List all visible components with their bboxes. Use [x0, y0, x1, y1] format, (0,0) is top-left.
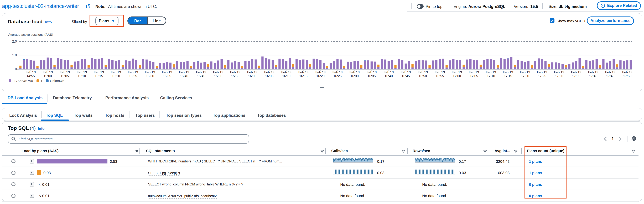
calls-per-sec-value: -: [377, 194, 378, 198]
main-tabs: DB Load AnalysisDatabase TelemetryPerfor…: [0, 93, 644, 104]
column-filter-icon[interactable]: [632, 150, 636, 153]
performance-insights-page: apg-testcluster-02-instance-writer Note:…: [0, 0, 644, 204]
table-row: 0.53WITH RECURSIVE numbers(n) AS ( SELEC…: [2, 156, 638, 167]
column-filter-icon[interactable]: [514, 150, 518, 153]
previous-page-icon[interactable]: [604, 136, 607, 141]
note-label: Note:: [96, 4, 106, 8]
legend-swatch: [46, 80, 48, 82]
explore-related-label: Explore Related: [607, 3, 637, 8]
plans-count-link[interactable]: 0 plans: [529, 194, 542, 198]
row-expand-button[interactable]: [30, 182, 34, 186]
tab-performance-analysis[interactable]: Performance Analysis: [106, 96, 148, 100]
subtab-divider: [207, 111, 207, 118]
sql-statement-text[interactable]: autovacuum: ANALYZE public.rds_heartbeat…: [148, 194, 216, 199]
next-page-icon[interactable]: [619, 136, 622, 141]
subtab-top-databases[interactable]: Top databases: [257, 113, 286, 118]
bar-toggle-button[interactable]: Bar: [128, 17, 148, 24]
legend-item: -1765646790: [8, 79, 33, 83]
column-divider: [407, 147, 408, 154]
column-header-1[interactable]: Load by plans (AAS): [22, 149, 58, 153]
column-divider: [18, 147, 19, 154]
checkmark-icon: [550, 18, 554, 23]
load-value: < 0.01: [39, 182, 50, 186]
top-sql-heading: Top SQL: [8, 125, 29, 131]
subtab-divider: [99, 111, 99, 118]
gear-icon[interactable]: [631, 136, 637, 141]
sort-descending-icon[interactable]: [135, 150, 139, 153]
search-input[interactable]: [18, 135, 246, 142]
chart-type-segmented-control: Bar Line: [128, 16, 166, 25]
sql-statement-text[interactable]: SELECT pg_sleep(?): [148, 171, 180, 176]
avg-latency-value: 3204.48: [496, 159, 510, 164]
active-subtab-underline: [41, 119, 69, 121]
line-toggle-button[interactable]: Line: [148, 17, 166, 24]
show-max-vcpu-checkbox[interactable]: [550, 18, 554, 23]
subtab-divider: [129, 111, 130, 118]
column-header-6[interactable]: Plans count (unique): [527, 149, 564, 153]
row-expand-button[interactable]: [30, 159, 34, 164]
plans-count-link[interactable]: 0 plans: [529, 182, 542, 186]
column-filter-icon[interactable]: [320, 150, 324, 153]
rows-per-sec-value: -: [459, 194, 460, 198]
header-divider: [508, 3, 508, 9]
legend-item: 1: [36, 79, 42, 83]
column-filter-icon[interactable]: [483, 150, 487, 153]
show-max-vcpu-label: Show max vCPU: [556, 19, 585, 23]
load-bar: [37, 171, 41, 175]
analyze-performance-button[interactable]: Analyze performance: [587, 16, 634, 25]
row-radio-button[interactable]: [11, 194, 15, 198]
plans-count-link[interactable]: 1 plans: [529, 171, 542, 175]
subtab-top-applications[interactable]: Top applications: [213, 113, 245, 118]
subtab-top-session-types[interactable]: Top session types: [166, 113, 202, 118]
row-divider: [2, 201, 638, 202]
header-divider: [542, 3, 543, 9]
subtab-top-waits[interactable]: Top waits: [74, 113, 93, 118]
calls-no-data: No data found.: [340, 194, 365, 198]
subtab-top-users[interactable]: Top users: [135, 113, 155, 118]
subtabs-card: Lock AnalysisTop SQLTop waitsTop hostsTo…: [2, 108, 642, 121]
column-header-5[interactable]: Avg lat...: [494, 149, 510, 153]
plans-count-link[interactable]: 1 plans: [529, 159, 542, 164]
tab-divider: [100, 95, 100, 102]
version-label: Version:: [514, 4, 528, 8]
tab-divider: [154, 95, 154, 102]
load-bar: [37, 159, 108, 164]
row-radio-button[interactable]: [11, 171, 15, 175]
row-expand-button[interactable]: [30, 171, 34, 175]
column-header-4[interactable]: Rows/sec: [412, 149, 430, 153]
rows-per-sec-value: 0.17: [459, 159, 466, 164]
panel-resize-handle[interactable]: [320, 87, 324, 90]
explore-related-button[interactable]: Explore Related: [597, 1, 641, 10]
pin-to-top-toggle[interactable]: [417, 4, 424, 8]
sql-statement-text[interactable]: SELECT wrong_column FROM wrong_table WHE…: [148, 182, 243, 187]
instance-title-link[interactable]: apg-testcluster-02-instance-writer: [2, 3, 79, 9]
tab-db-load-analysis[interactable]: DB Load Analysis: [8, 96, 42, 100]
column-header-3[interactable]: Calls/sec: [331, 149, 348, 153]
explore-compass-icon: [600, 3, 605, 8]
row-expand-button[interactable]: [30, 194, 34, 198]
rows-no-data: No data found.: [422, 182, 447, 186]
sql-statement: SELECT pg_sleep(?): [148, 171, 180, 175]
column-filter-icon[interactable]: [402, 150, 405, 153]
subtab-top-sql[interactable]: Top SQL: [46, 113, 63, 118]
sql-statement-text[interactable]: WITH RECURSIVE numbers(n) AS ( SELECT ? …: [148, 160, 282, 164]
page-number[interactable]: 1: [612, 137, 614, 141]
subtab-top-hosts[interactable]: Top hosts: [105, 113, 124, 118]
pin-to-top-label: Pin to top: [426, 4, 442, 8]
load-value: < 0.01: [39, 194, 50, 198]
tab-calling-services[interactable]: Calling Services: [160, 96, 192, 100]
database-load-info-link[interactable]: Info: [45, 20, 52, 24]
subtab-lock-analysis[interactable]: Lock Analysis: [9, 113, 37, 118]
chart-y-axis-title: Average active sessions (AAS): [8, 33, 53, 36]
top-sql-info-link[interactable]: Info: [38, 126, 44, 130]
slice-by-dropdown[interactable]: Plans: [95, 17, 118, 25]
row-radio-button[interactable]: [11, 159, 15, 163]
tab-database-telemetry[interactable]: Database Telemetry: [53, 96, 92, 100]
subtab-divider: [160, 111, 160, 118]
external-link-icon[interactable]: [86, 4, 90, 8]
avg-latency-value: -: [496, 194, 497, 198]
column-header-2[interactable]: SQL statements: [146, 149, 175, 153]
row-radio-button[interactable]: [11, 182, 15, 186]
tabs-bottom-line: [2, 104, 642, 104]
page-header: apg-testcluster-02-instance-writer Note:…: [0, 0, 644, 13]
